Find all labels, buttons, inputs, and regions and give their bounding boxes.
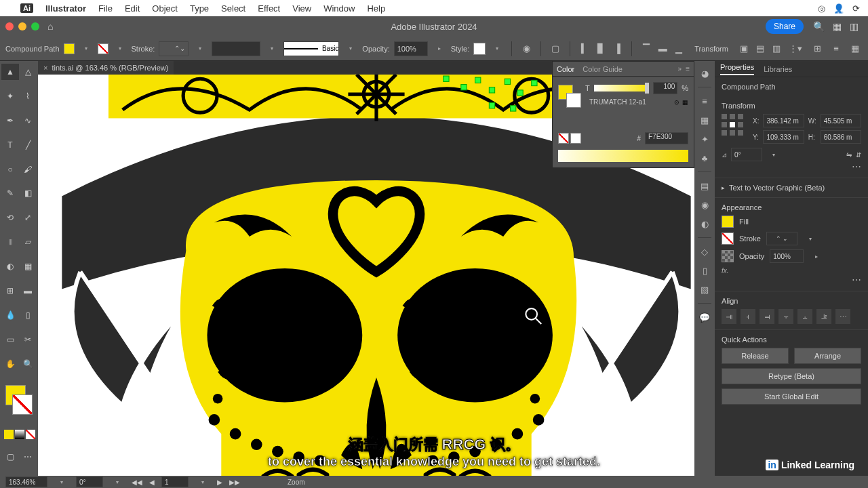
flip-h-icon[interactable]: ⇋ [846,151,852,159]
fill-stroke-proxy[interactable] [4,384,34,416]
align-horiz[interactable]: ▍▊▐ [577,41,625,56]
rail-brushes-icon[interactable]: ✦ [696,131,713,147]
pen-tool[interactable]: ✒ [1,113,19,129]
align-left[interactable]: ⫣ [722,309,736,324]
x-input[interactable]: 386.142 m [763,114,804,127]
align-hcenter[interactable]: ⫞ [741,309,755,324]
h-input[interactable]: 60.586 m [821,130,861,144]
lasso-tool[interactable]: ⌇ [19,88,37,104]
artboard-nav-next[interactable]: ▶▶ [229,479,240,486]
opacity-field[interactable]: 100% [770,249,804,263]
traffic-lights[interactable] [5,22,39,30]
screen-mode[interactable]: ▢ [1,449,19,465]
menu-effect[interactable]: Effect [258,3,280,14]
retype-button[interactable]: Retype (Beta) [722,368,861,384]
fx-label[interactable]: fx. [722,267,861,274]
rail-swatches-icon[interactable]: ▦ [696,112,713,128]
width-tool[interactable]: ⫴ [1,234,19,250]
rail-pathfinder-icon[interactable]: ▧ [696,281,713,298]
align-more[interactable]: ⋯ [835,309,850,324]
rail-color-icon[interactable]: ◕ [696,65,713,81]
free-transform-tool[interactable]: ▱ [19,234,37,250]
slice-tool[interactable]: ✂ [19,331,37,348]
stroke-profile[interactable] [212,41,260,56]
hex-input[interactable]: F7E300 [645,132,688,144]
line-tool[interactable]: ╱ [19,137,37,153]
direct-select-tool[interactable]: △ [19,64,37,80]
zoom-level[interactable]: 163.46% [5,476,47,487]
ellipse-tool[interactable]: ○ [1,161,19,178]
text-to-vector[interactable]: ▸Text to Vector Graphic (Beta) [715,178,868,198]
gradient-tool[interactable]: ▬ [19,283,37,299]
brush-def[interactable]: Basic [283,41,339,56]
shape-mode1[interactable]: ▣ [736,41,751,56]
hand-tool[interactable]: ✋ [1,356,19,372]
zoom-tool[interactable]: 🔍 [19,356,37,372]
isolate-icon[interactable]: ▢ [548,41,563,56]
rail-appearance-icon[interactable]: ◉ [696,197,713,213]
spectrum[interactable] [558,150,688,162]
align-bottom[interactable]: ⫡ [816,309,831,324]
scale-tool[interactable]: ⤢ [19,209,37,226]
global-edit-button[interactable]: Start Global Edit [722,388,861,405]
rotate-input[interactable]: 0° [731,148,762,161]
stroke-wt[interactable]: ⌃ ⌄ [766,232,797,245]
color-guide-tab[interactable]: Color Guide [583,65,623,73]
stroke-swatch[interactable] [98,43,108,54]
align-top[interactable]: ⫟ [778,309,793,324]
rail-align-icon[interactable]: ▯ [696,262,713,279]
perspective-tool[interactable]: ▦ [19,258,37,274]
panel-fill-stroke[interactable] [558,85,581,108]
white-swatch[interactable] [570,133,581,144]
eraser-tool[interactable]: ◧ [19,185,37,201]
align-vert[interactable]: ▔▬▁ [639,41,686,56]
shape-mode2[interactable]: ▤ [753,41,768,56]
rail-symbols-icon[interactable]: ♣ [696,150,713,166]
rail-transform-icon[interactable]: ◇ [696,243,713,260]
panel-collapse-icon[interactable]: » [678,65,682,73]
align-vcenter[interactable]: ⫠ [797,309,812,324]
y-input[interactable]: 109.333 m [763,130,804,144]
recolor-icon[interactable]: ◉ [519,41,534,56]
panel-menu-icon[interactable]: ≡ [686,65,690,73]
release-button[interactable]: Release [722,348,789,364]
properties-tab[interactable]: Properties [720,63,754,75]
graph-tool[interactable]: ▯ [19,307,37,323]
color-mode-sw[interactable] [4,430,35,447]
rotate-view[interactable]: 0° [76,476,103,487]
menu-window[interactable]: Window [323,3,355,14]
ref-point[interactable] [722,114,745,137]
type-tool[interactable]: T [1,137,19,153]
tint-value[interactable]: 100 [653,82,677,94]
app-menu[interactable]: Illustrator [45,3,86,14]
w-input[interactable]: 45.505 m [821,114,861,127]
stroke-dd[interactable]: ▾ [113,42,127,56]
artboard-nav-prev[interactable]: ◀◀ [132,479,142,486]
transform-more[interactable]: ⋯ [722,161,861,172]
arrange-button[interactable]: Arrange [794,348,861,364]
magic-wand-tool[interactable]: ✦ [1,88,19,104]
arrange-docs-icon[interactable]: ▦ [833,21,842,32]
panel-ic1[interactable]: ⊞ [810,41,825,56]
close-window[interactable] [5,22,14,30]
shape-mode3[interactable]: ▥ [769,41,784,56]
appearance-more[interactable]: ⋯ [722,274,861,285]
panel-ic2[interactable]: ≡ [829,41,844,56]
rail-layers-icon[interactable]: ▤ [696,178,713,194]
document-tab[interactable]: × tints.ai @ 163.46 % (RGB/Preview) [38,61,174,75]
close-tab-icon[interactable]: × [43,64,47,72]
minimize-window[interactable] [18,22,26,30]
menu-object[interactable]: Object [152,3,178,14]
menu-view[interactable]: View [292,3,311,14]
mesh-tool[interactable]: ⊞ [1,283,19,299]
opacity-input[interactable]: 100% [394,41,428,56]
stroke-weight-dd[interactable]: ▾ [193,42,208,56]
menu-file[interactable]: File [98,3,113,14]
libraries-tab[interactable]: Libraries [764,65,792,73]
tint-slider[interactable] [594,85,649,92]
none-swatch[interactable] [558,133,569,144]
menu-type[interactable]: Type [190,3,209,14]
search-icon[interactable]: 🔍 [813,21,825,32]
home-icon[interactable]: ⌂ [47,21,53,32]
rotate-tool[interactable]: ⟲ [1,209,19,226]
